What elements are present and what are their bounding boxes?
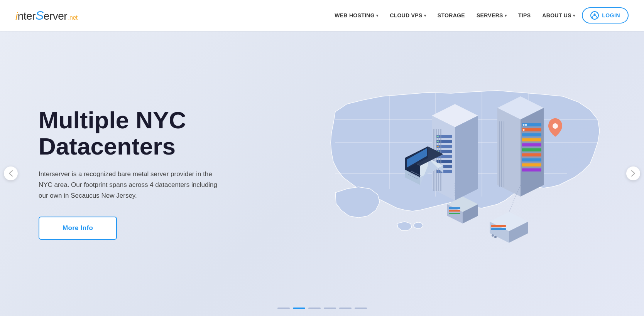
svg-rect-34 (522, 128, 541, 131)
nav-label-tips: TIPS (518, 12, 531, 18)
svg-rect-36 (522, 138, 541, 141)
svg-point-44 (525, 124, 527, 126)
carousel-prev-button[interactable] (4, 166, 18, 180)
hero-description: Interserver is a recognized bare metal s… (39, 169, 224, 201)
nav-item-servers[interactable]: SERVERS ▾ (472, 9, 511, 22)
svg-rect-41 (522, 163, 541, 166)
nav-label-servers: SERVERS (477, 12, 503, 18)
nav-item-web-hosting[interactable]: WEB HOSTING ▾ (330, 9, 383, 22)
hero-title: Multiple NYC Datacenters (39, 107, 232, 160)
carousel-dot-6[interactable] (355, 308, 367, 309)
nav-item-tips[interactable]: TIPS (514, 9, 535, 22)
hero-content: Multiple NYC Datacenters Interserver is … (31, 107, 232, 240)
svg-rect-63 (449, 210, 460, 212)
svg-rect-69 (491, 228, 506, 230)
svg-rect-42 (522, 168, 541, 171)
svg-rect-35 (522, 133, 541, 136)
logo-erver: erver (44, 10, 67, 22)
svg-rect-26 (433, 129, 434, 191)
more-info-button[interactable]: More Info (39, 217, 117, 240)
carousel-dot-3[interactable] (308, 308, 321, 309)
carousel-dots (277, 308, 367, 309)
chevron-down-icon: ▾ (573, 13, 575, 18)
logo-s: S (35, 8, 44, 23)
svg-rect-27 (436, 129, 437, 191)
svg-rect-29 (440, 129, 441, 191)
svg-rect-47 (501, 121, 502, 187)
carousel-dot-4[interactable] (324, 308, 336, 309)
svg-rect-37 (522, 143, 541, 146)
nav-item-about-us[interactable]: ABOUT US ▾ (538, 9, 580, 22)
nav-links: WEB HOSTING ▾ CLOUD VPS ▾ STORAGE SERVER… (330, 7, 629, 24)
carousel-next-button[interactable] (626, 166, 640, 180)
nav-label-cloud-vps: CLOUD VPS (390, 12, 422, 18)
chevron-down-icon: ▾ (424, 13, 426, 18)
svg-rect-39 (522, 153, 541, 156)
login-label: LOGIN (602, 12, 620, 18)
logo-net: .net (68, 14, 78, 21)
nav-item-storage[interactable]: STORAGE (433, 9, 470, 22)
carousel-dot-5[interactable] (339, 308, 352, 309)
datacenter-illustration (312, 66, 613, 289)
svg-rect-46 (499, 121, 500, 187)
svg-rect-40 (522, 158, 541, 161)
hero-illustration (232, 58, 613, 289)
svg-rect-48 (504, 121, 504, 187)
svg-rect-68 (491, 225, 506, 227)
svg-marker-12 (455, 116, 478, 200)
hero-section: Multiple NYC Datacenters Interserver is … (0, 31, 644, 316)
svg-rect-38 (522, 148, 541, 151)
svg-point-1 (414, 222, 423, 229)
nav-item-cloud-vps[interactable]: CLOUD VPS ▾ (385, 9, 431, 22)
svg-rect-62 (449, 207, 460, 209)
login-button[interactable]: LOGIN (582, 7, 629, 24)
svg-point-70 (492, 234, 494, 237)
logo-inter: nter (18, 10, 35, 22)
nav-label-web-hosting: WEB HOSTING (335, 12, 375, 18)
chevron-down-icon: ▾ (376, 13, 378, 18)
carousel-dot-2[interactable] (293, 308, 305, 309)
svg-point-45 (523, 129, 525, 131)
svg-point-71 (494, 236, 497, 238)
svg-rect-64 (449, 213, 460, 214)
svg-point-43 (523, 124, 525, 126)
carousel-dot-1[interactable] (277, 308, 290, 309)
svg-marker-31 (521, 108, 544, 197)
nav-label-storage: STORAGE (438, 12, 465, 18)
chevron-down-icon: ▾ (505, 13, 507, 18)
svg-marker-32 (497, 108, 521, 197)
logo[interactable]: interServer.net (15, 8, 78, 23)
svg-point-10 (553, 123, 558, 129)
nav-label-about-us: ABOUT US (542, 12, 571, 18)
user-icon (590, 11, 599, 20)
svg-rect-28 (438, 129, 439, 191)
navbar: interServer.net WEB HOSTING ▾ CLOUD VPS … (0, 0, 644, 31)
